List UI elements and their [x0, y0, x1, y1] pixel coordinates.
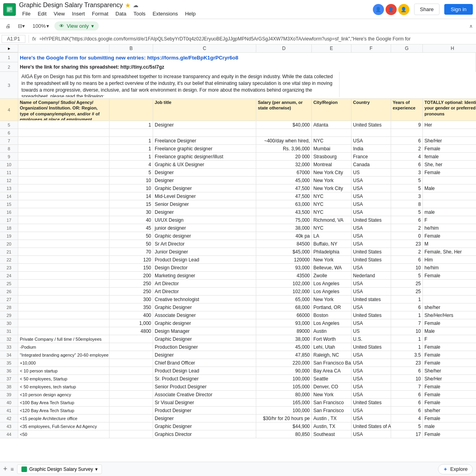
cell-b: 200: [109, 272, 153, 280]
collapse-button[interactable]: ∧: [469, 23, 473, 29]
cell-b: 250: [109, 280, 153, 288]
zoom-value: 100%: [33, 23, 46, 29]
sheet-scroll[interactable]: ▸ B C D E F G H I 1 Here's the Google Fo…: [0, 44, 476, 447]
share-button[interactable]: Share: [414, 4, 440, 15]
cell-h: Female: [423, 391, 476, 399]
cell-a: [18, 224, 109, 232]
cell-f: USA: [351, 375, 391, 383]
row-num: 16: [0, 208, 18, 216]
row-num: 36: [0, 367, 18, 374]
cell-h: [423, 280, 476, 288]
print-button[interactable]: 🖨: [3, 21, 13, 31]
cell-b: [109, 430, 153, 438]
cell-g: 10: [391, 375, 423, 383]
table-row: 27 300 Creative technologist 65,000 New …: [0, 296, 476, 303]
menu-extensions[interactable]: Extensions: [150, 10, 181, 17]
row-num: 9: [0, 153, 18, 160]
row-num: 4: [0, 99, 18, 121]
cell-h: Female: [423, 169, 476, 177]
cell-h: Female: [423, 351, 476, 359]
cell-d: 75,000: [256, 216, 312, 224]
cell-e: New York: [312, 391, 351, 399]
cell-c: Associate Designer: [153, 311, 256, 319]
table-row: 38 < 50 employees, tech startup Senior P…: [0, 383, 476, 391]
table-row: 20 50 Sr Art Director 84500 Buffalo, NY …: [0, 240, 476, 248]
menu-tools[interactable]: Tools: [130, 10, 148, 17]
cell-g: 6: [391, 137, 423, 145]
cell-e: Boston: [312, 311, 351, 319]
menu-edit[interactable]: Edit: [35, 10, 50, 17]
row3-desc-cell: AIGA Eye on Design has put this form and…: [18, 72, 340, 97]
avatar-2: 👤: [386, 4, 397, 15]
cell-c: Freelance graphic designer/illust: [153, 153, 256, 161]
cell-e: New York: [312, 296, 351, 303]
cell-c: Sr. Product Designer: [153, 375, 256, 383]
cell-h: Male: [423, 327, 476, 335]
sheet-container: ▸ B C D E F G H I 1 Here's the Google Fo…: [0, 44, 476, 447]
avatar-group: 👤 👤 👤: [373, 4, 409, 15]
cell-f: USA: [351, 224, 391, 232]
cell-f: France: [351, 153, 391, 161]
cell-h: Male: [423, 184, 476, 192]
cell-c: Graphic designer: [153, 319, 256, 327]
menu-file[interactable]: File: [19, 10, 34, 17]
table-row: 41 <120 Bay Area Tech Startup Product De…: [0, 407, 476, 415]
cell-d: 89000: [256, 327, 312, 335]
cell-b: [109, 383, 153, 391]
cell-c: Product Design Lead: [153, 367, 256, 375]
col-header-a: [18, 44, 109, 52]
cell-h: she/her: [423, 407, 476, 415]
table-row: 8 1 Freelance graphic designer Rs. 3,96,…: [0, 145, 476, 153]
signin-button[interactable]: Sign in: [444, 4, 473, 15]
cell-c: Mid-Level Designer: [153, 192, 256, 200]
zoom-control[interactable]: 100% ▾: [30, 22, 52, 30]
table-row: 32 Private Company / full time / 50emplo…: [0, 335, 476, 343]
table-row: 36 < 10 person startup Product Design Le…: [0, 367, 476, 375]
row-num: 19: [0, 232, 18, 240]
table-row: 15 15 Senior Designer 63,000 NYC USA 8: [0, 200, 476, 208]
cell-h: [423, 192, 476, 200]
cell-e: San Francisco: [312, 407, 351, 415]
app-icon: [3, 3, 16, 16]
filter-button[interactable]: ⊟▾: [15, 21, 27, 31]
menu-view[interactable]: View: [50, 10, 68, 17]
star-icon[interactable]: ★: [125, 2, 131, 9]
cell-e: Raleigh, NC: [312, 351, 351, 359]
cell-h: M: [423, 240, 476, 248]
cell-e: NYC: [312, 224, 351, 232]
cell-d: 67000: [256, 169, 312, 177]
cell-f: U.S.: [351, 335, 391, 343]
col-header-e: E: [312, 44, 351, 52]
row-num: 37: [0, 375, 18, 382]
cell-e: NYC: [312, 200, 351, 208]
menu-format[interactable]: Format: [89, 10, 111, 17]
cell-d: $45,000: [256, 248, 312, 256]
cell-c: Creative technologist: [153, 296, 256, 303]
row-num: 5: [0, 121, 18, 129]
cell-d: 66000: [256, 311, 312, 319]
cell-c: Graphic & UX Designer: [153, 161, 256, 169]
row-num: 23: [0, 264, 18, 271]
menu-help[interactable]: Help: [182, 10, 199, 17]
menu-data[interactable]: Data: [112, 10, 129, 17]
cell-c: Designer: [153, 208, 256, 216]
cell-f: USA: [351, 288, 391, 296]
row3-text: AIGA Eye on Design has put this form and…: [21, 73, 336, 97]
cell-c: Graphic Designer: [153, 422, 256, 430]
doc-title: Graphic Design Salary Transparency ★ ☁: [19, 2, 370, 9]
table-row: 1 Here's the Google Form for submitting …: [0, 53, 476, 62]
cell-g: 1: [391, 311, 423, 319]
cell-d: 43500: [256, 272, 312, 280]
cell-c: Graphic Designer: [153, 184, 256, 192]
cell-f: United States: [351, 121, 391, 129]
menu-insert[interactable]: Insert: [69, 10, 88, 17]
cell-reference[interactable]: [2, 35, 25, 43]
cell-e: Strasbourg: [312, 153, 351, 161]
corner-nav: ▸: [0, 44, 18, 52]
view-only-button[interactable]: 👁 View only ▾: [54, 21, 98, 31]
cell-g: 3: [391, 192, 423, 200]
cell-d: ~400/day when hired,: [256, 137, 312, 145]
cell-d: 102,000: [256, 288, 312, 296]
cell-b: 250: [109, 288, 153, 296]
cell-e: LA: [312, 232, 351, 240]
